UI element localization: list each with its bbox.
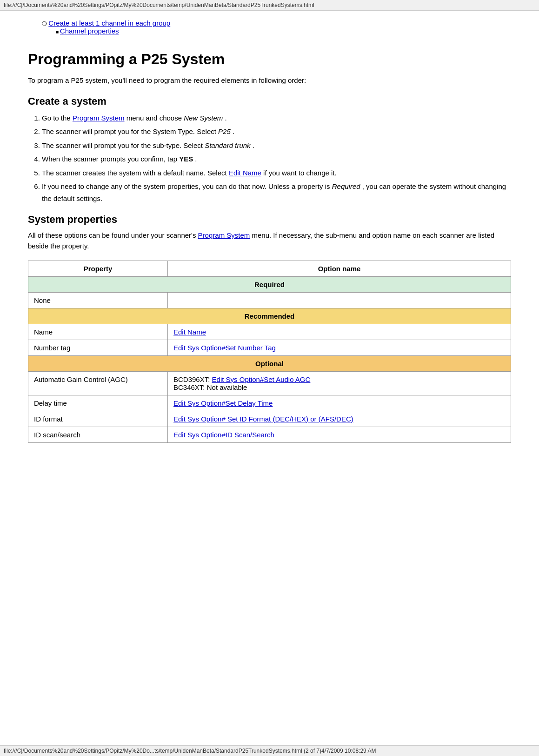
section-create-system-heading: Create a system xyxy=(28,95,511,107)
page-title: Programming a P25 System xyxy=(28,51,511,68)
edit-name-link-1[interactable]: Edit Name xyxy=(229,169,261,177)
properties-table: Property Option name Required None Recom… xyxy=(28,261,511,443)
section-optional-label: Optional xyxy=(28,356,511,372)
property-id-scan: ID scan/search xyxy=(28,427,168,443)
create-channel-link[interactable]: Create at least 1 channel in each group xyxy=(48,19,170,27)
step-6: If you need to change any of the system … xyxy=(42,181,511,204)
main-content: Programming a P25 System To program a P2… xyxy=(0,37,539,462)
program-system-link-2[interactable]: Program System xyxy=(198,231,250,239)
option-id-format: Edit Sys Option# Set ID Format (DEC/HEX)… xyxy=(168,411,511,427)
property-name: Name xyxy=(28,324,168,340)
step-2: The scanner will prompt you for the Syst… xyxy=(42,126,511,138)
breadcrumb-item-1[interactable]: Create at least 1 channel in each group xyxy=(42,19,539,27)
step-4: When the scanner prompts you confirm, ta… xyxy=(42,153,511,165)
section-system-properties-heading: System properties xyxy=(28,214,511,226)
option-id-scan: Edit Sys Option#ID Scan/Search xyxy=(168,427,511,443)
step-1: Go to the Program System menu and choose… xyxy=(42,112,511,124)
edit-sys-audio-agc-link[interactable]: Edit Sys Option#Set Audio AGC xyxy=(212,375,311,383)
sys-props-intro: All of these options can be found under … xyxy=(28,230,511,251)
edit-sys-id-scan-link[interactable]: Edit Sys Option#ID Scan/Search xyxy=(173,431,274,439)
option-number-tag: Edit Sys Option#Set Number Tag xyxy=(168,340,511,356)
edit-sys-number-tag-link[interactable]: Edit Sys Option#Set Number Tag xyxy=(173,344,276,352)
option-name: Edit Name xyxy=(168,324,511,340)
property-none: None xyxy=(28,293,168,308)
top-bar: file:///C|/Documents%20and%20Settings/PO… xyxy=(0,0,539,11)
step-3: The scanner will prompt you for the sub-… xyxy=(42,140,511,152)
section-optional-row: Optional xyxy=(28,356,511,372)
property-agc: Automatic Gain Control (AGC) xyxy=(28,372,168,395)
property-delay-time: Delay time xyxy=(28,395,168,411)
option-agc: BCD396XT: Edit Sys Option#Set Audio AGC … xyxy=(168,372,511,395)
footer-bar: file:///C|/Documents%20and%20Settings/PO… xyxy=(0,745,539,756)
section-recommended-row: Recommended xyxy=(28,308,511,324)
intro-paragraph: To program a P25 system, you'll need to … xyxy=(28,75,511,86)
edit-sys-delay-time-link[interactable]: Edit Sys Option#Set Delay Time xyxy=(173,399,273,407)
col-property-header: Property xyxy=(28,261,168,277)
section-required-label: Required xyxy=(28,277,511,293)
table-row: Number tag Edit Sys Option#Set Number Ta… xyxy=(28,340,511,356)
edit-sys-id-format-link[interactable]: Edit Sys Option# Set ID Format (DEC/HEX)… xyxy=(173,415,353,423)
property-id-format: ID format xyxy=(28,411,168,427)
channel-properties-link[interactable]: Channel properties xyxy=(60,27,119,35)
property-number-tag: Number tag xyxy=(28,340,168,356)
table-row: None xyxy=(28,293,511,308)
table-row: ID scan/search Edit Sys Option#ID Scan/S… xyxy=(28,427,511,443)
option-none xyxy=(168,293,511,308)
option-delay-time: Edit Sys Option#Set Delay Time xyxy=(168,395,511,411)
table-header-row: Property Option name xyxy=(28,261,511,277)
file-path: file:///C|/Documents%20and%20Settings/PO… xyxy=(4,2,314,8)
program-system-link-1[interactable]: Program System xyxy=(73,114,125,122)
steps-list: Go to the Program System menu and choose… xyxy=(42,112,511,205)
breadcrumb: Create at least 1 channel in each group … xyxy=(28,19,539,35)
table-row: Name Edit Name xyxy=(28,324,511,340)
step-5: The scanner creates the system with a de… xyxy=(42,167,511,179)
section-required-row: Required xyxy=(28,277,511,293)
col-option-header: Option name xyxy=(168,261,511,277)
table-row: ID format Edit Sys Option# Set ID Format… xyxy=(28,411,511,427)
table-row: Automatic Gain Control (AGC) BCD396XT: E… xyxy=(28,372,511,395)
footer-text: file:///C|/Documents%20and%20Settings/PO… xyxy=(4,748,376,754)
section-recommended-label: Recommended xyxy=(28,308,511,324)
edit-name-link-2[interactable]: Edit Name xyxy=(173,328,206,336)
breadcrumb-item-2[interactable]: Channel properties xyxy=(56,27,539,35)
table-row: Delay time Edit Sys Option#Set Delay Tim… xyxy=(28,395,511,411)
